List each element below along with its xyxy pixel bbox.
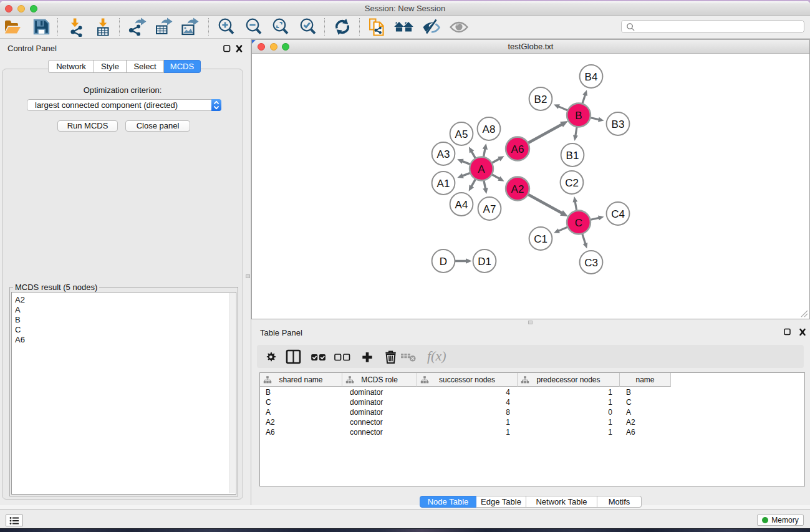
svg-text:B3: B3 [612,118,625,130]
svg-text:C: C [575,216,582,228]
svg-text:A1: A1 [437,177,450,189]
svg-text:D1: D1 [478,255,491,267]
svg-text:A: A [478,163,485,175]
svg-text:C3: C3 [584,256,598,268]
svg-text:A2: A2 [511,183,524,195]
svg-text:A3: A3 [437,148,450,160]
svg-text:B: B [575,109,582,121]
svg-text:B4: B4 [585,70,598,82]
svg-text:C2: C2 [565,177,579,188]
svg-text:C1: C1 [534,233,547,244]
svg-text:A4: A4 [455,198,468,210]
svg-text:A7: A7 [483,203,496,215]
svg-text:A8: A8 [483,123,496,135]
svg-text:C4: C4 [611,208,625,220]
svg-text:B2: B2 [534,93,547,105]
svg-text:A6: A6 [511,143,524,155]
svg-text:D: D [440,255,447,267]
svg-text:A5: A5 [455,128,468,140]
svg-text:B1: B1 [566,149,579,161]
